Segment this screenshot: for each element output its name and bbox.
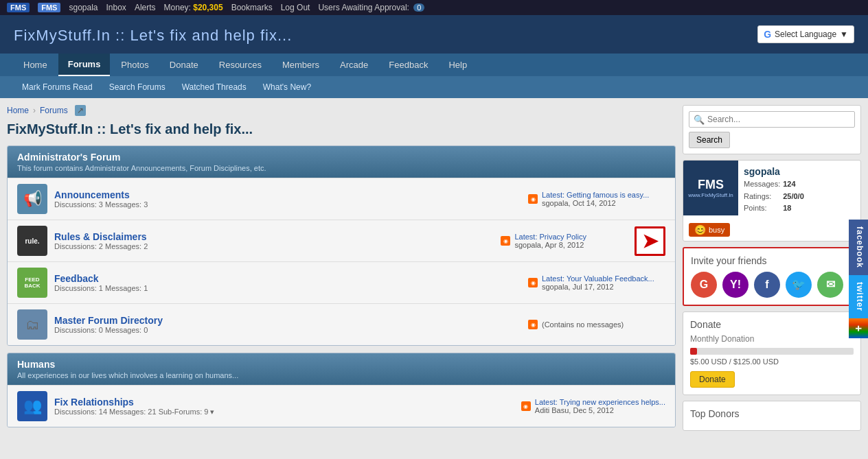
page-title: FixMyStuff.In :: Let's fix and help fix.… (7, 121, 676, 137)
rss-icon-feedback[interactable] (528, 278, 538, 287)
external-link-icon[interactable]: ↗ (75, 105, 86, 116)
rss-icon[interactable] (528, 194, 538, 204)
rss-icon-fix-relationships[interactable] (521, 401, 531, 411)
ratings-label: Ratings: (744, 191, 783, 203)
latest-meta-announcements: sgopala, Oct 14, 2012 (542, 199, 649, 207)
invite-facebook-button[interactable]: f (754, 272, 780, 298)
nav-forums[interactable]: Forums (58, 54, 111, 76)
forum-name-announcements[interactable]: Announcements (54, 189, 521, 200)
donate-progress-fill (690, 348, 697, 355)
invite-email-button[interactable]: ✉ (817, 272, 843, 298)
forum-stats-rules: Discussions: 2 Messages: 2 (54, 242, 494, 250)
forum-icon-rules: rule. (17, 226, 47, 256)
status-label: busy (709, 226, 724, 234)
facebook-side-button[interactable]: facebook (849, 220, 868, 275)
invite-yahoo-button[interactable]: Y! (722, 272, 749, 298)
forum-name-master[interactable]: Master Forum Directory (54, 315, 521, 326)
sub-nav: Mark Forums Read Search Forums Watched T… (0, 76, 868, 98)
section-title-humans: Humans (17, 359, 665, 370)
forum-name-rules[interactable]: Rules & Disclaimers (54, 231, 494, 242)
donate-title: Donate (690, 319, 854, 330)
nav-resources[interactable]: Resources (209, 54, 271, 76)
forum-stats-announcements: Discussions: 3 Messages: 3 (54, 200, 521, 209)
forum-info-feedback: Feedback Discussions: 1 Messages: 1 (54, 273, 521, 292)
nav-photos[interactable]: Photos (111, 54, 158, 76)
topbar-inbox[interactable]: Inbox (106, 3, 126, 12)
user-stats-panel: Messages: 124 Ratings: 25/0/0 Points: 18 (744, 178, 855, 215)
invite-google-button[interactable]: G (691, 272, 717, 298)
username-display[interactable]: sgopala (744, 166, 855, 177)
invite-twitter-button[interactable]: 🐦 (786, 272, 812, 298)
subnav-mark-forums-read[interactable]: Mark Forums Read (14, 79, 101, 95)
breadcrumb-home[interactable]: Home (7, 106, 29, 115)
main-nav: Home Forums Photos Donate Resources Memb… (0, 54, 868, 76)
select-language-button[interactable]: G Select Language ▼ (757, 25, 854, 43)
topbar-alerts[interactable]: Alerts (135, 3, 156, 12)
rss-icon-master[interactable] (528, 320, 538, 329)
donate-button[interactable]: Donate (690, 371, 735, 388)
forum-icon-feedback: FEEDBACK (17, 268, 47, 298)
avatar-logo-text: FMS (688, 178, 733, 193)
latest-meta-feedback: sgopala, Jul 17, 2012 (542, 283, 654, 291)
forum-section-humans: Humans All experiences in our lives whic… (7, 353, 676, 427)
latest-meta-master: (Contains no messages) (542, 320, 624, 329)
latest-meta-rules: sgopala, Apr 8, 2012 (514, 241, 586, 249)
subnav-watched-threads[interactable]: Watched Threads (174, 79, 255, 95)
section-title: Administrator's Forum (17, 152, 665, 163)
nav-arcade[interactable]: Arcade (330, 54, 378, 76)
forum-name-fix-relationships[interactable]: Fix Relationships (54, 397, 514, 408)
nav-help[interactable]: Help (439, 54, 477, 76)
nav-home[interactable]: Home (14, 54, 57, 76)
rss-icon-rules[interactable] (501, 236, 510, 246)
site-tag: FMS (7, 3, 30, 12)
forum-latest-fix-relationships: Latest: Trying new experiences helps... … (521, 398, 665, 414)
breadcrumb: Home › Forums ↗ (7, 105, 676, 116)
forum-stats-master: Discussions: 0 Messages: 0 (54, 326, 521, 334)
messages-value: 124 (783, 178, 807, 191)
forum-info-master: Master Forum Directory Discussions: 0 Me… (54, 315, 521, 334)
chevron-down-icon: ▼ (840, 30, 848, 39)
forum-stats-feedback: Discussions: 1 Messages: 1 (54, 284, 521, 292)
forum-icon-master: 🗂 (17, 309, 47, 340)
topbar-username: sgopala (69, 3, 98, 12)
nav-members[interactable]: Members (273, 54, 329, 76)
sidebar: 🔍 Search FMS www.FixMyStuff.In sgopala (683, 105, 861, 434)
latest-link-feedback[interactable]: Latest: Your Valuable Feedback... (542, 274, 654, 283)
invite-icons-row: G Y! f 🐦 ✉ (691, 272, 853, 298)
avatar-url-text: www.FixMyStuff.In (688, 192, 733, 198)
topbar-logout[interactable]: Log Out (281, 3, 310, 12)
forum-row-master: 🗂 Master Forum Directory Discussions: 0 … (8, 303, 675, 345)
donate-card: Donate Monthly Donation $5.00 USD / $125… (683, 311, 861, 395)
forum-latest-rules: Latest: Privacy Policy sgopala, Apr 8, 2… (501, 226, 665, 256)
google-plus-side-button[interactable]: + (849, 318, 868, 338)
latest-link-fix-relationships[interactable]: Latest: Trying new experiences helps... (535, 398, 665, 406)
latest-meta-fix-relationships: Aditi Basu, Dec 5, 2012 (535, 406, 665, 414)
topbar-bookmarks[interactable]: Bookmarks (231, 3, 273, 12)
subnav-whats-new[interactable]: What's New? (255, 79, 319, 95)
subnav-search-forums[interactable]: Search Forums (101, 79, 174, 95)
nav-donate[interactable]: Donate (160, 54, 208, 76)
search-button[interactable]: Search (689, 132, 730, 148)
section-desc: This forum contains Administrator Announ… (17, 164, 665, 172)
invite-title: Invite your friends (691, 255, 853, 266)
twitter-side-button[interactable]: twitter (849, 275, 868, 318)
site-logo: FixMyStuff.In :: Let's fix and help fix.… (14, 23, 292, 45)
donate-progress-bar (690, 348, 854, 355)
forum-info-fix-relationships: Fix Relationships Discussions: 14 Messag… (54, 397, 514, 416)
forum-row-rules: rule. Rules & Disclaimers Discussions: 2… (8, 220, 675, 261)
latest-link-rules[interactable]: Latest: Privacy Policy (514, 233, 586, 241)
forum-name-feedback[interactable]: Feedback (54, 273, 521, 284)
topbar-money: Money: $20,305 (164, 3, 223, 12)
forum-info-announcements: Announcements Discussions: 3 Messages: 3 (54, 189, 521, 209)
status-badge: 😊 busy (689, 223, 730, 237)
content-area: Home › Forums ↗ FixMyStuff.In :: Let's f… (7, 105, 676, 434)
section-header-humans: Humans All experiences in our lives whic… (8, 353, 675, 385)
donate-amount: $5.00 USD / $125.00 USD (690, 357, 854, 366)
nav-feedback[interactable]: Feedback (379, 54, 437, 76)
google-translate-icon: G (764, 29, 771, 40)
fms-badge[interactable]: FMS (38, 3, 60, 12)
forum-row-fix-relationships: 👥 Fix Relationships Discussions: 14 Mess… (8, 385, 675, 427)
latest-link-announcements[interactable]: Latest: Getting famous is easy... (542, 191, 649, 199)
breadcrumb-forums[interactable]: Forums (40, 106, 68, 115)
search-input[interactable] (707, 112, 850, 127)
